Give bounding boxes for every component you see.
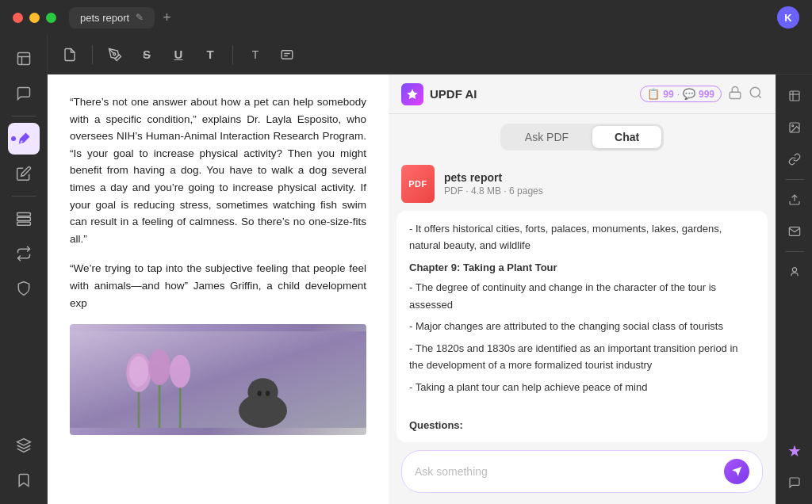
file-name: pets report: [444, 171, 543, 184]
svg-rect-11: [70, 331, 366, 428]
svg-marker-29: [732, 467, 741, 476]
tab-ask-pdf[interactable]: Ask PDF: [503, 126, 591, 148]
token-badge[interactable]: 📋 99 · 💬 999: [640, 86, 722, 102]
new-tab-button[interactable]: +: [163, 10, 171, 26]
sidebar-item-pages[interactable]: [8, 43, 40, 74]
user-avatar: K: [777, 6, 799, 29]
left-sidebar: [0, 35, 48, 504]
toolbar-strikethrough-icon[interactable]: S: [134, 42, 159, 67]
svg-rect-0: [17, 53, 29, 65]
svg-point-34: [791, 125, 793, 127]
sidebar-item-layers[interactable]: [8, 430, 40, 461]
right-toolbar: [776, 74, 812, 504]
svg-rect-5: [17, 222, 30, 225]
ai-panel: UPDF AI 📋 99 · 💬 999: [389, 74, 776, 504]
tab-chat[interactable]: Chat: [592, 126, 661, 148]
right-divider-2: [785, 251, 804, 252]
doc-paragraph-2: “We’re trying to tap into the subjective…: [70, 260, 366, 311]
chat-message: - It offers historical cities, forts, pa…: [409, 220, 755, 442]
ai-header-right: 📋 99 · 💬 999: [640, 86, 763, 103]
toolbar-textbox-icon[interactable]: [274, 42, 300, 67]
tab-group: Ask PDF Chat: [500, 124, 664, 151]
right-icon-image[interactable]: [781, 114, 808, 141]
file-meta: PDF · 4.8 MB · 6 pages: [444, 185, 543, 197]
file-size: 4.8 MB: [471, 185, 501, 197]
file-pages: 6 pages: [509, 185, 543, 197]
file-card: PDF pets report PDF · 4.8 MB · 6 pages: [389, 157, 776, 211]
input-area: [389, 442, 776, 504]
chat-bullet-4: - The 1820s and 1830s are identified as …: [409, 340, 755, 374]
badge-count2: 999: [699, 89, 714, 100]
sidebar-item-comments[interactable]: [8, 78, 40, 109]
sidebar-item-convert[interactable]: [8, 238, 40, 269]
tab-label: pets report: [80, 12, 129, 24]
right-divider-1: [785, 179, 804, 180]
search-icon[interactable]: [749, 86, 763, 103]
svg-rect-25: [730, 92, 741, 98]
document-page: “There’s not one answer about how a pet …: [48, 74, 389, 504]
content-wrapper: “There’s not one answer about how a pet …: [48, 74, 812, 504]
updf-logo: UPDF AI: [401, 83, 477, 105]
svg-point-17: [170, 355, 190, 388]
sidebar-item-organize[interactable]: [8, 203, 40, 235]
toolbar-pages-icon[interactable]: [57, 42, 82, 67]
right-icon-scan[interactable]: [781, 82, 808, 109]
file-info: pets report PDF · 4.8 MB · 6 pages: [444, 171, 543, 197]
lock-icon[interactable]: [728, 86, 742, 103]
sidebar-divider-1: [12, 116, 36, 116]
badge-count1: 99: [663, 89, 673, 100]
pdf-icon: PDF: [401, 165, 435, 203]
sidebar-item-protect[interactable]: [8, 273, 40, 304]
toolbar-text-icon[interactable]: T: [197, 42, 223, 67]
traffic-lights: [13, 13, 56, 23]
sidebar-divider-2: [12, 196, 36, 197]
toolbar-underline-icon[interactable]: U: [166, 42, 191, 67]
right-icon-chat[interactable]: [781, 469, 808, 496]
updf-logo-icon: [401, 83, 423, 105]
main-area: S U T T “There’s not one an: [0, 35, 812, 504]
badge-divider: ·: [677, 89, 680, 100]
right-icon-stamp[interactable]: [781, 258, 808, 285]
title-bar: pets report ✎ + K: [0, 0, 812, 35]
minimize-button[interactable]: [29, 13, 40, 23]
chat-bullet-5: - Taking a plant tour can help achieve p…: [409, 379, 755, 395]
toolbar-divider-2: [232, 45, 233, 64]
svg-rect-8: [282, 50, 293, 59]
chat-message-area: - It offers historical cities, forts, pa…: [396, 211, 768, 442]
right-icon-ai[interactable]: [781, 437, 808, 464]
right-icon-link[interactable]: [781, 146, 808, 173]
edit-icon: ✎: [136, 12, 144, 23]
svg-marker-6: [17, 439, 30, 445]
close-button[interactable]: [13, 13, 23, 23]
toolbar-text2-icon[interactable]: T: [243, 42, 268, 67]
maximize-button[interactable]: [46, 13, 56, 23]
svg-line-27: [758, 95, 760, 97]
svg-point-7: [113, 52, 116, 55]
sidebar-item-bookmark[interactable]: [8, 464, 40, 496]
chat-input[interactable]: [415, 465, 716, 478]
svg-point-15: [148, 349, 170, 385]
svg-rect-30: [790, 91, 799, 101]
file-type: PDF: [444, 185, 463, 197]
svg-point-13: [129, 357, 148, 387]
chat-bullet-2: - The degree of continuity and change in…: [409, 279, 755, 313]
toolbar-divider-1: [92, 45, 93, 64]
document-tab[interactable]: pets report ✎: [69, 7, 155, 29]
chat-bullet-3: - Major changes are attributed to the ch…: [409, 318, 755, 334]
toolbar-pen-icon[interactable]: [102, 42, 128, 67]
input-box: [401, 450, 763, 493]
sidebar-item-edit[interactable]: [8, 158, 40, 189]
svg-rect-4: [17, 217, 30, 220]
sidebar-item-highlight[interactable]: [8, 123, 40, 155]
right-icon-upload[interactable]: [781, 186, 808, 213]
updf-title: UPDF AI: [430, 87, 477, 101]
right-icon-mail[interactable]: [781, 218, 808, 245]
send-button[interactable]: [724, 459, 749, 484]
svg-rect-3: [17, 213, 30, 216]
svg-point-26: [750, 87, 760, 97]
editing-toolbar: S U T T: [48, 35, 812, 74]
document-area: “There’s not one answer about how a pet …: [48, 74, 389, 504]
ai-header: UPDF AI 📋 99 · 💬 999: [389, 74, 776, 114]
document-image: [70, 324, 366, 435]
chat-bullet-1: - It offers historical cities, forts, pa…: [409, 220, 755, 254]
